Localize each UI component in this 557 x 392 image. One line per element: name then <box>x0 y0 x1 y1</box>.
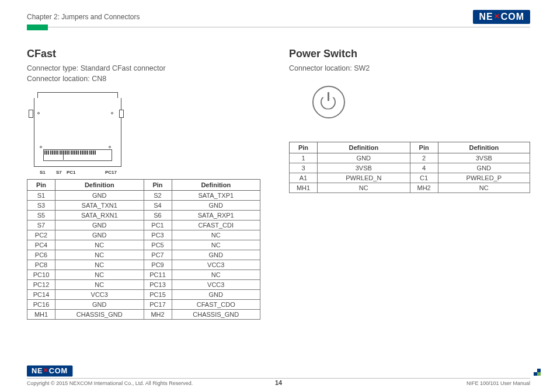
header-divider <box>27 27 530 27</box>
definition-cell: GND <box>438 163 530 173</box>
pin-cell: PC15 <box>144 290 172 300</box>
content-columns: CFast Connector type: Standard CFast con… <box>27 48 530 320</box>
cfast-section: CFast Connector type: Standard CFast con… <box>27 48 268 320</box>
table-row: PC12NCPC13VCC3 <box>27 280 260 290</box>
pin-cell: 4 <box>410 163 438 173</box>
pin-cell: PC5 <box>144 240 172 250</box>
pin-cell: PC11 <box>144 270 172 280</box>
power-pin-table: PinDefinitionPinDefinition 1GND23VSB33VS… <box>289 142 530 193</box>
table-row: S1GNDS2SATA_TXP1 <box>27 191 260 201</box>
pin-cell: S6 <box>144 211 172 220</box>
page-number: 14 <box>275 379 282 386</box>
table-header: Definition <box>172 180 260 191</box>
pin-cell: PC3 <box>144 230 172 240</box>
diagram-label-s1: S1 <box>40 170 46 175</box>
table-row: A1PWRLED_NC1PWRLED_P <box>290 173 530 183</box>
table-row: PC4NCPC5NC <box>27 240 260 250</box>
definition-cell: GND <box>55 230 144 240</box>
table-row: S3SATA_TXN1S4GND <box>27 201 260 211</box>
cfast-connector-diagram: S1 S7 PC1 PC17 <box>27 92 126 177</box>
definition-cell: NC <box>172 240 260 250</box>
pin-cell: PC13 <box>144 280 172 290</box>
pin-cell: PC1 <box>144 220 172 230</box>
definition-cell: GND <box>55 220 144 230</box>
definition-cell: GND <box>172 290 260 300</box>
cfast-pin-table: PinDefinitionPinDefinition S1GNDS2SATA_T… <box>27 179 260 320</box>
table-row: PC6NCPC7GND <box>27 250 260 260</box>
table-header: Pin <box>27 180 55 191</box>
definition-cell: VCC3 <box>172 280 260 290</box>
power-title: Power Switch <box>289 48 530 60</box>
definition-cell: SATA_RXN1 <box>55 211 144 220</box>
pin-cell: PC4 <box>27 240 55 250</box>
definition-cell: PWRLED_N <box>318 173 410 183</box>
definition-cell: CFAST_CDI <box>172 220 260 230</box>
definition-cell: CHASSIS_GND <box>55 310 144 320</box>
definition-cell: NC <box>55 260 144 270</box>
pin-cell: PC6 <box>27 250 55 260</box>
pin-cell: 1 <box>290 153 318 163</box>
power-connector-location: Connector location: SW2 <box>289 64 370 72</box>
table-header: Pin <box>290 142 318 153</box>
cfast-connector-location: Connector location: CN8 <box>27 75 106 83</box>
table-header: Definition <box>55 180 144 191</box>
table-row: S7GNDPC1CFAST_CDI <box>27 220 260 230</box>
diagram-label-pc17: PC17 <box>105 170 117 175</box>
pin-cell: MH1 <box>27 310 55 320</box>
pin-cell: PC9 <box>144 260 172 270</box>
footer-logo: NE✕COM <box>27 365 72 376</box>
definition-cell: NC <box>172 270 260 280</box>
table-row: PC10NCPC11NC <box>27 270 260 280</box>
definition-cell: 3VSB <box>318 163 410 173</box>
definition-cell: SATA_RXP1 <box>172 211 260 220</box>
power-icon <box>321 94 337 110</box>
pin-cell: A1 <box>290 173 318 183</box>
pin-cell: PC16 <box>27 300 55 310</box>
copyright-text: Copyright © 2015 NEXCOM International Co… <box>27 380 193 386</box>
power-button-diagram <box>312 86 345 118</box>
definition-cell: GND <box>55 191 144 201</box>
pin-cell: PC10 <box>27 270 55 280</box>
power-switch-section: Power Switch Connector location: SW2 Pin… <box>289 48 530 320</box>
cfast-meta: Connector type: Standard CFast connector… <box>27 64 268 84</box>
pin-cell: PC2 <box>27 230 55 240</box>
table-row: 1GND23VSB <box>290 153 530 163</box>
definition-cell: SATA_TXP1 <box>172 191 260 201</box>
definition-cell: PWRLED_P <box>438 173 530 183</box>
table-row: PC16GNDPC17CFAST_CDO <box>27 300 260 310</box>
definition-cell: NC <box>55 240 144 250</box>
table-row: MH1NCMH2NC <box>290 183 530 192</box>
pin-cell: MH2 <box>144 310 172 320</box>
table-header: Pin <box>410 142 438 153</box>
table-row: S5SATA_RXN1S6SATA_RXP1 <box>27 211 260 220</box>
definition-cell: NC <box>55 270 144 280</box>
pin-cell: S1 <box>27 191 55 201</box>
pin-cell: S5 <box>27 211 55 220</box>
definition-cell: VCC3 <box>172 260 260 270</box>
pin-cell: PC14 <box>27 290 55 300</box>
chapter-label: Chapter 2: Jumpers and Connectors <box>27 13 140 21</box>
manual-name: NIFE 100/101 User Manual <box>467 380 530 386</box>
power-button-outer-circle <box>312 86 345 118</box>
definition-cell: VCC3 <box>55 290 144 300</box>
pin-cell: 2 <box>410 153 438 163</box>
definition-cell: SATA_TXN1 <box>55 201 144 211</box>
pin-cell: MH2 <box>410 183 438 192</box>
table-row: 33VSB4GND <box>290 163 530 173</box>
table-row: PC8NCPC9VCC3 <box>27 260 260 270</box>
definition-cell: CFAST_CDO <box>172 300 260 310</box>
pin-cell: MH1 <box>290 183 318 192</box>
table-row: PC2GNDPC3NC <box>27 230 260 240</box>
page-footer: NE✕COM Copyright © 2015 NEXCOM Internati… <box>27 364 530 386</box>
pin-cell: PC8 <box>27 260 55 270</box>
diagram-label-s7: S7 <box>56 170 62 175</box>
table-row: MH1CHASSIS_GNDMH2CHASSIS_GND <box>27 310 260 320</box>
logo-text-pre: NE <box>479 12 493 22</box>
pin-cell: S3 <box>27 201 55 211</box>
definition-cell: GND <box>55 300 144 310</box>
pin-cell: PC7 <box>144 250 172 260</box>
cfast-title: CFast <box>27 48 268 60</box>
definition-cell: NC <box>438 183 530 192</box>
pin-cell: PC12 <box>27 280 55 290</box>
page-header: Chapter 2: Jumpers and Connectors NE✕COM <box>27 10 530 23</box>
